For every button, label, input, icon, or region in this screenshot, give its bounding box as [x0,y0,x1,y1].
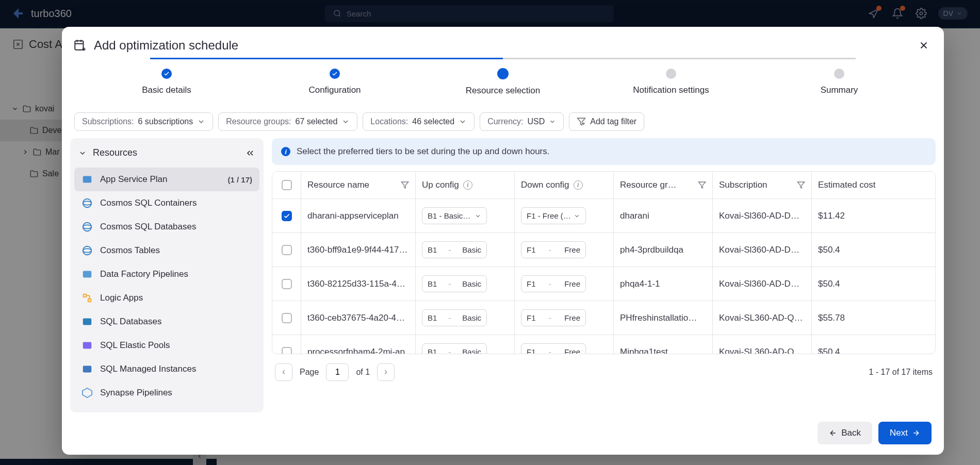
config-select[interactable]: B1 - Basic (… [422,207,487,224]
locations-filter[interactable]: Locations: 46 selected [363,112,475,131]
row-checkbox[interactable] [282,245,292,255]
pagination-range: 1 - 17 of 17 items [869,368,933,377]
row-checkbox[interactable] [282,313,292,323]
step-3[interactable]: Notification settings [587,69,755,95]
row-checkbox[interactable] [282,347,292,354]
svg-point-20 [83,223,92,231]
resource-groups-filter[interactable]: Resource groups: 67 selected [218,112,357,131]
step-label: Notification settings [633,85,709,95]
resource-type-label: Synapse Pipelines [100,388,172,398]
resource-type-label: Cosmos Tables [100,245,160,256]
subscriptions-filter[interactable]: Subscriptions: 6 subscriptions [74,112,213,131]
data-factory-icon [81,269,93,280]
svg-point-19 [83,201,92,205]
select-all-checkbox[interactable] [282,180,292,190]
modal-header: Add optimization schedule [62,27,944,53]
resource-type-item[interactable]: Synapse Pipelines [74,381,259,405]
config-display: F1-Free [521,343,586,354]
resource-type-label: Cosmos SQL Databases [100,222,196,232]
cell-resource-name: dharani-appserviceplan [301,199,416,232]
svg-marker-35 [797,182,804,188]
resource-type-item[interactable]: SQL Databases [74,310,259,334]
pagination: Page of 1 1 - 17 of 17 items [272,354,936,390]
resources-panel: Resources App Service Plan(1 / 17)Cosmos… [70,138,264,412]
cell-resource-group: ph4-3prdbuildqa [614,233,713,267]
step-label: Summary [821,85,858,95]
svg-rect-30 [83,342,92,349]
step-indicator [497,68,509,79]
config-display: B1-Basic [422,309,487,326]
page-of-label: of 1 [356,368,370,377]
row-checkbox[interactable] [282,211,292,221]
cell-subscription: Kovai-Sl360-AD-D… [713,233,812,267]
chevron-down-icon [197,118,205,126]
currency-filter[interactable]: Currency: USD [480,112,564,131]
svg-rect-6 [75,41,83,49]
filter-icon[interactable] [401,181,409,189]
cell-subscription: Kovai-Sl360-AD-D… [713,267,812,301]
row-checkbox[interactable] [282,279,292,289]
resource-type-label: SQL Elastic Pools [100,340,170,351]
resource-type-item[interactable]: Cosmos SQL Databases [74,215,259,239]
svg-point-18 [83,199,92,208]
resource-type-item[interactable]: App Service Plan(1 / 17) [74,168,259,191]
cell-subscription: Kovai-SL360-AD-Q… [713,301,812,335]
sql-icon [81,316,93,327]
svg-marker-32 [83,388,92,397]
next-button[interactable]: Next [878,422,932,444]
resource-type-item[interactable]: Cosmos SQL Containers [74,191,259,215]
svg-point-23 [83,248,92,252]
step-1[interactable]: Configuration [251,69,419,95]
step-4[interactable]: Summary [755,69,923,95]
info-banner-text: Select the preferred tiers to be set dur… [297,146,549,157]
resource-type-item[interactable]: Data Factory Pipelines [74,262,259,286]
next-page-button[interactable] [377,363,395,381]
chevron-down-icon [459,118,467,126]
close-button[interactable] [918,40,929,51]
add-tag-filter[interactable]: Add tag filter [569,112,644,131]
step-2[interactable]: Resource selection [419,68,587,96]
filter-icon[interactable] [797,181,805,189]
svg-rect-26 [88,299,91,302]
prev-page-button[interactable] [275,363,292,381]
info-icon: i [281,147,290,156]
filter-icon[interactable] [698,181,706,189]
stepper: Basic detailsConfigurationResource selec… [62,53,944,105]
col-header-name: Resource name [307,180,369,190]
arrow-left-icon [829,429,837,437]
col-header-down: Down config [521,180,569,190]
cell-cost: $11.42 [812,199,889,232]
info-icon[interactable]: i [463,180,472,190]
cell-resource-group: PHfreshinstallatio… [614,301,713,335]
col-header-sub: Subscription [719,180,767,190]
sql-mi-icon [81,363,93,375]
resource-type-item[interactable]: SQL Managed Instances [74,357,259,381]
step-0[interactable]: Basic details [83,69,251,95]
resource-type-label: Data Factory Pipelines [100,269,188,279]
col-header-up: Up config [422,180,459,190]
chevron-down-icon [549,118,556,125]
chevron-down-icon[interactable] [78,149,87,157]
chevron-left-icon [280,369,287,376]
resource-type-item[interactable]: Logic Apps [74,286,259,310]
svg-rect-24 [83,271,92,278]
resource-type-item[interactable]: Cosmos Tables [74,239,259,262]
info-banner: i Select the preferred tiers to be set d… [272,138,936,165]
page-input[interactable] [326,363,349,381]
table-row: t360-bff9a1e9-9f44-417f-9B1-BasicF1-Free… [272,233,935,267]
panel-collapse-icon[interactable] [245,148,255,158]
back-button[interactable]: Back [818,422,872,444]
filter-add-icon [577,117,586,126]
cosmos-icon [81,221,93,232]
arrow-right-icon [912,429,920,437]
col-header-cost: Estimated cost [818,180,876,190]
cell-subscription: Kovai-Sl360-AD-D… [713,199,812,232]
config-display: B1-Basic [422,275,487,292]
cell-cost: $55.78 [812,301,889,335]
add-schedule-modal: Add optimization schedule Basic detailsC… [62,27,944,455]
resource-type-label: Logic Apps [100,293,143,303]
info-icon[interactable]: i [574,180,583,190]
resource-type-item[interactable]: SQL Elastic Pools [74,334,259,357]
config-select[interactable]: F1 - Free ($… [521,207,586,224]
col-header-group: Resource gr… [620,180,677,190]
